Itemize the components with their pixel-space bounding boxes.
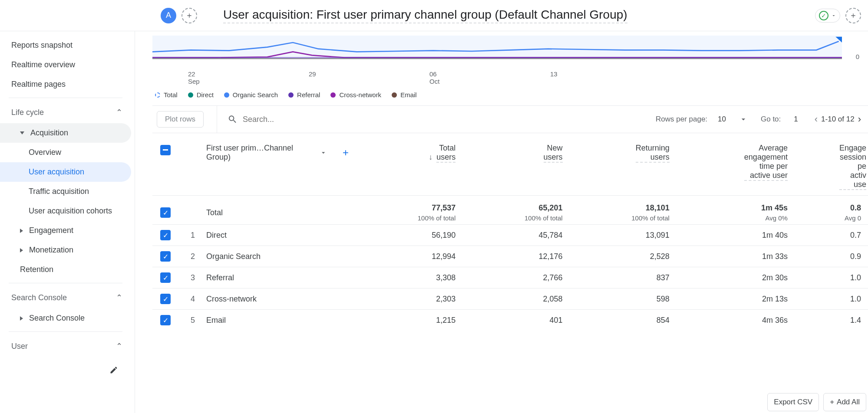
- row-checkbox[interactable]: ✓: [160, 207, 171, 218]
- metric-cell: 2,058: [462, 288, 569, 310]
- metric-cell: 45,784: [462, 225, 569, 246]
- svg-rect-0: [152, 36, 842, 59]
- metric-cell: 1.0: [795, 288, 868, 310]
- metric-cell: 12,994: [356, 246, 462, 267]
- sidebar-item-user-acquisition[interactable]: User acquisition: [0, 162, 131, 182]
- add-dimension-button[interactable]: +: [343, 147, 349, 159]
- legend-item[interactable]: Cross-network: [330, 91, 381, 98]
- row-checkbox[interactable]: ✓: [160, 251, 171, 262]
- sidebar-item-user-acquisition-cohorts[interactable]: User acquisition cohorts: [0, 201, 131, 221]
- status-pill[interactable]: ✓: [815, 9, 840, 23]
- table-row: ✓ 5 Email 1,2154018544m 36s1.4: [152, 310, 868, 331]
- legend-label: Direct: [197, 91, 214, 98]
- legend-item[interactable]: Organic Search: [224, 91, 278, 98]
- plus-icon: [186, 12, 193, 19]
- sidebar-item-realtime-overview[interactable]: Realtime overview: [0, 55, 131, 75]
- sidebar-item-monetization[interactable]: Monetization: [0, 240, 131, 260]
- metric-cell: 2m 13s: [677, 288, 795, 310]
- chart-legend: TotalDirectOrganic SearchReferralCross-n…: [152, 85, 842, 105]
- sidebar-item-acquisition[interactable]: Acquisition: [0, 123, 131, 143]
- metric-cell: 1.0: [795, 267, 868, 288]
- metric-cell: 12,176: [462, 246, 569, 267]
- search-icon: [228, 114, 238, 125]
- dimension-picker[interactable]: First user prim…Channel Group): [206, 144, 327, 162]
- legend-label: Referral: [297, 91, 320, 98]
- check-circle-icon: ✓: [819, 11, 828, 20]
- section-search-console[interactable]: Search Console ⌃: [0, 287, 131, 308]
- metric-cell: 77,537100% of total: [356, 196, 462, 225]
- content-area: 22 Sep 29 06 Oct 13 0 TotalDirectOrganic…: [135, 31, 868, 413]
- add-all-button[interactable]: +Add All: [823, 393, 866, 411]
- row-checkbox[interactable]: ✓: [160, 230, 171, 240]
- select-all-checkbox[interactable]: [160, 145, 171, 155]
- avatar[interactable]: A: [161, 8, 176, 23]
- metric-cell: 0.7: [795, 225, 868, 246]
- legend-item[interactable]: Total: [155, 91, 178, 98]
- sidebar-item-search-console[interactable]: Search Console: [0, 308, 131, 328]
- col-engaged-sessions[interactable]: Engagesessionpeactivuse: [795, 133, 868, 196]
- legend-item[interactable]: Referral: [288, 91, 320, 98]
- col-returning-users[interactable]: Returningusers: [570, 133, 677, 196]
- row-index: 1: [178, 225, 199, 246]
- col-new-users[interactable]: Newusers: [462, 133, 569, 196]
- table-toolbar: Plot rows Rows per page: 10 Go to: 1 ‹ 1…: [152, 105, 868, 133]
- metric-cell: 0.9: [795, 246, 868, 267]
- page-title[interactable]: User acquisition: First user primary cha…: [223, 8, 627, 23]
- row-checkbox[interactable]: ✓: [160, 294, 171, 304]
- metric-cell: 4m 36s: [677, 310, 795, 331]
- sidebar-item-engagement[interactable]: Engagement: [0, 221, 131, 240]
- col-avg-engagement-time[interactable]: Averageengagementtime peractive user: [677, 133, 795, 196]
- line-chart: [152, 36, 842, 70]
- table-row: ✓ 2 Organic Search 12,99412,1762,5281m 3…: [152, 246, 868, 267]
- row-name[interactable]: Direct: [199, 225, 356, 246]
- next-page-button[interactable]: ›: [855, 111, 865, 128]
- customize-button[interactable]: [845, 8, 861, 23]
- row-name: Total: [199, 196, 356, 225]
- table-row: ✓ 4 Cross-network 2,3032,0585982m 13s1.0: [152, 288, 868, 310]
- table-row: ✓ 1 Direct 56,19045,78413,0911m 40s0.7: [152, 225, 868, 246]
- row-index: 2: [178, 246, 199, 267]
- chevron-up-icon: ⌃: [116, 293, 122, 302]
- legend-dot-icon: [188, 92, 193, 98]
- sidebar-item-realtime-pages[interactable]: Realtime pages: [0, 75, 131, 94]
- search-input[interactable]: [243, 115, 656, 124]
- sidebar-item-overview[interactable]: Overview: [0, 143, 131, 162]
- col-total-users[interactable]: ↓ Totalusers: [356, 133, 462, 196]
- plot-rows-button[interactable]: Plot rows: [157, 111, 204, 128]
- row-name[interactable]: Referral: [199, 267, 356, 288]
- metric-cell: 854: [570, 310, 677, 331]
- export-csv-button[interactable]: Export CSV: [767, 393, 819, 411]
- rows-per-page-label: Rows per page:: [656, 115, 707, 124]
- legend-item[interactable]: Direct: [188, 91, 214, 98]
- edit-icon[interactable]: [109, 366, 118, 374]
- row-name[interactable]: Cross-network: [199, 288, 356, 310]
- sidebar-item-traffic-acquisition[interactable]: Traffic acquisition: [0, 182, 131, 201]
- rows-per-page-value[interactable]: 10: [718, 115, 726, 124]
- metric-cell: 837: [570, 267, 677, 288]
- go-to-value[interactable]: 1: [794, 115, 798, 124]
- section-life-cycle[interactable]: Life cycle ⌃: [0, 102, 131, 123]
- chevron-down-icon[interactable]: [739, 115, 748, 124]
- data-table: First user prim…Channel Group) + ↓ Total…: [152, 133, 868, 331]
- sidebar-item-retention[interactable]: Retention: [0, 260, 131, 279]
- row-checkbox[interactable]: ✓: [160, 272, 171, 283]
- triangle-right-icon: [20, 229, 23, 233]
- metric-cell: 1m 45sAvg 0%: [677, 196, 795, 225]
- legend-dot-icon: [330, 92, 336, 98]
- row-name[interactable]: Organic Search: [199, 246, 356, 267]
- table-row: ✓ 3 Referral 3,3082,7668372m 30s1.0: [152, 267, 868, 288]
- legend-label: Email: [400, 91, 417, 98]
- section-user[interactable]: User ⌃: [0, 335, 131, 357]
- row-index: 4: [178, 288, 199, 310]
- prev-page-button[interactable]: ‹: [811, 111, 821, 128]
- sidebar-item-reports-snapshot[interactable]: Reports snapshot: [0, 36, 131, 55]
- row-checkbox[interactable]: ✓: [160, 315, 171, 325]
- row-name[interactable]: Email: [199, 310, 356, 331]
- legend-item[interactable]: Email: [392, 91, 417, 98]
- add-comparison-button[interactable]: [182, 8, 197, 23]
- legend-dot-icon: [392, 92, 397, 98]
- metric-cell: 65,201100% of total: [462, 196, 569, 225]
- plus-icon: [850, 12, 857, 19]
- metric-cell: 2,528: [570, 246, 677, 267]
- metric-cell: 56,190: [356, 225, 462, 246]
